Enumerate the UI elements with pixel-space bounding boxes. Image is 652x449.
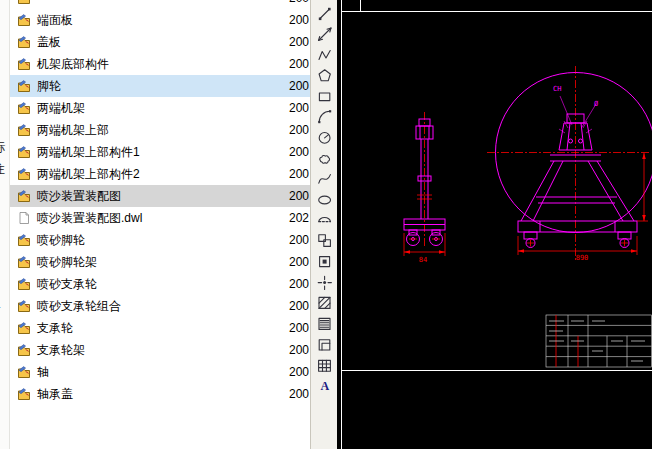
point-icon [317,275,332,290]
polyline-tool-button[interactable] [311,44,337,65]
arc-tool-button[interactable] [311,106,337,127]
file-name: 喷砂支承轮组合 [37,298,121,315]
file-name: 支承轮架 [37,342,85,359]
background-window-edge: 标注T [0,0,10,449]
drawing-viewport[interactable]: 84 890 CH Ø [337,0,652,449]
file-date: 200 [289,145,309,159]
polygon-icon [317,68,332,83]
gradient-tool-button[interactable] [311,313,337,334]
polyline-icon [317,47,332,62]
file-date: 200 [289,35,309,49]
file-name: 两端机架上部 [37,122,109,139]
file-list-item[interactable]: 喷砂脚轮200 [10,229,310,251]
ellipse-arc-tool-button[interactable] [311,210,337,231]
spline-tool-button[interactable] [311,169,337,190]
dwg-file-icon [17,299,31,313]
file-date: 200 [289,13,309,27]
circle-icon [317,130,332,145]
file-list-item[interactable]: 喷砂支承轮组合200 [10,295,310,317]
file-name: 两端机架上部构件1 [37,144,140,161]
file-name: 盖板 [37,34,61,51]
file-date: 200 [289,123,309,137]
file-list-item[interactable]: 脚轮200 [10,75,310,97]
file-list-item[interactable]: 两端机架上部构件1200 [10,141,310,163]
ellipse-tool-button[interactable] [311,189,337,210]
file-date: 200 [289,255,309,269]
file-list-item[interactable]: 喷砂支承轮200 [10,273,310,295]
region-tool-button[interactable] [311,334,337,355]
side-view-dimension-label: 84 [419,256,427,264]
file-list-item[interactable]: 盖板200 [10,31,310,53]
point-tool-button[interactable] [311,272,337,293]
front-view-dimension-label: 890 [576,254,589,262]
dwg-file-icon [17,0,31,5]
file-list-item[interactable]: 端面板200 [10,9,310,31]
file-list-item[interactable]: 支承轮200 [10,317,310,339]
file-name: 喷沙装置装配图 [37,188,121,205]
file-name: 脚轮 [37,78,61,95]
insert-block-tool-button[interactable] [311,231,337,252]
hatch-icon [317,295,332,310]
hatch-tool-button[interactable] [311,293,337,314]
revcloud-tool-button[interactable] [311,148,337,169]
dwg-file-icon [17,57,31,71]
multiline-text-tool-button[interactable]: A [311,375,337,396]
screenshot-root: 标注T 200端面板200盖板200机架底部构件200脚轮200两端机架200两… [0,0,652,449]
dwg-file-icon [17,365,31,379]
file-date: 202 [289,211,309,225]
table-icon [317,358,332,373]
cad-canvas[interactable]: 84 890 CH Ø [337,0,652,449]
multiline-text-icon: A [317,378,332,393]
file-list-item[interactable]: 轴承盖200 [10,383,310,405]
circle-tool-button[interactable] [311,127,337,148]
region-icon [317,337,332,352]
spline-icon [317,171,332,186]
title-block [546,315,652,367]
dwg-file-icon [17,145,31,159]
file-list-item[interactable]: 200 [10,0,310,9]
file-name: 喷砂脚轮架 [37,254,97,271]
arc-icon [317,109,332,124]
file-list-item[interactable]: 支承轮架200 [10,339,310,361]
file-list-item[interactable]: 两端机架200 [10,97,310,119]
file-name: 两端机架上部构件2 [37,166,140,183]
ellipse-icon [317,192,332,207]
file-list-item[interactable]: 机架底部构件200 [10,53,310,75]
document-file-icon [17,211,31,225]
construction-line-tool-button[interactable] [311,24,337,45]
file-date: 200 [289,387,309,401]
file-list-item[interactable]: 两端机架上部200 [10,119,310,141]
file-name: 端面板 [37,12,73,29]
file-name: 机架底部构件 [37,56,109,73]
insert-block-icon [317,233,332,248]
rectangle-tool-button[interactable] [311,86,337,107]
dwg-file-icon [17,123,31,137]
gradient-icon [317,316,332,331]
dwg-file-icon [17,167,31,181]
hub-annotation-label: CH [553,85,561,93]
file-name: 轴承盖 [37,386,73,403]
file-date: 200 [289,101,309,115]
revcloud-icon [317,151,332,166]
line-icon [317,6,332,21]
clipped-glyph: 注 [0,163,5,175]
make-block-tool-button[interactable] [311,251,337,272]
table-tool-button[interactable] [311,355,337,376]
file-name: 喷砂脚轮 [37,232,85,249]
file-list-item[interactable]: 两端机架上部构件2200 [10,163,310,185]
file-list-item[interactable]: 喷沙装置装配图.dwl202 [10,207,310,229]
front-view [518,96,637,248]
file-list-item[interactable]: 喷砂脚轮架200 [10,251,310,273]
line-tool-button[interactable] [311,3,337,24]
dwg-file-icon [17,189,31,203]
file-name: 喷砂支承轮 [37,276,97,293]
paper-frame-lines [342,0,652,449]
file-list-item[interactable]: 轴200 [10,361,310,383]
dwg-file-icon [17,79,31,93]
file-date: 200 [289,79,309,93]
file-name: 支承轮 [37,320,73,337]
file-list-item[interactable]: 喷沙装置装配图200 [10,185,310,207]
dwg-file-icon [17,255,31,269]
dwg-file-icon [17,343,31,357]
polygon-tool-button[interactable] [311,65,337,86]
